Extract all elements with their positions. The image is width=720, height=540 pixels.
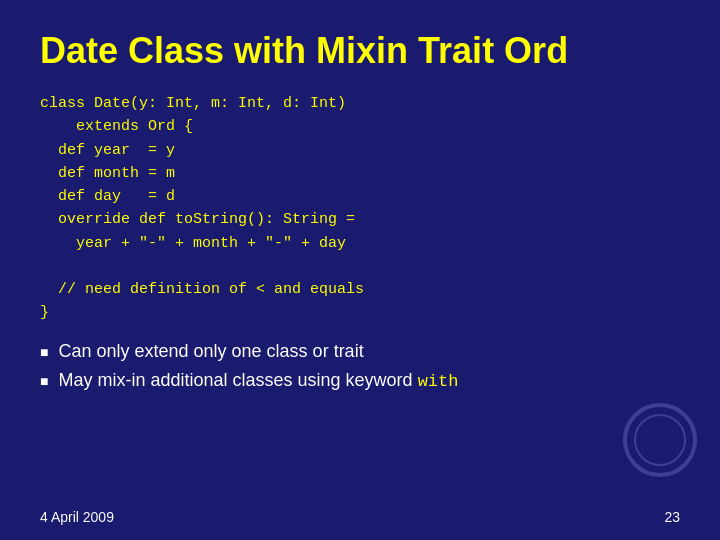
svg-point-1 [635,415,685,465]
bullet-marker-2: ■ [40,373,48,389]
bullet-section: ■ Can only extend only one class or trai… [40,341,680,391]
code-line-8 [40,258,49,275]
code-line-6: override def toString(): String = [40,211,355,228]
bullet-text-2: May mix-in additional classes using keyw… [58,370,458,391]
footer-date: 4 April 2009 [40,509,114,525]
decorative-circle [620,400,700,480]
footer: 4 April 2009 23 [40,509,680,525]
slide-title: Date Class with Mixin Trait Ord [40,30,680,72]
footer-page: 23 [664,509,680,525]
code-block: class Date(y: Int, m: Int, d: Int) exten… [40,92,680,325]
bullet-item-1: ■ Can only extend only one class or trai… [40,341,680,362]
slide: Date Class with Mixin Trait Ord class Da… [0,0,720,540]
bullet-text-1: Can only extend only one class or trait [58,341,363,362]
code-line-4: def month = m [40,165,175,182]
keyword-with: with [418,372,459,391]
bullet-item-2: ■ May mix-in additional classes using ke… [40,370,680,391]
code-line-3: def year = y [40,142,175,159]
code-line-1: class Date(y: Int, m: Int, d: Int) [40,95,346,112]
code-line-2: extends Ord { [40,118,193,135]
code-line-10: } [40,304,49,321]
code-line-5: def day = d [40,188,175,205]
bullet-marker-1: ■ [40,344,48,360]
code-line-7: year + "-" + month + "-" + day [40,235,346,252]
code-line-9: // need definition of < and equals [40,281,364,298]
